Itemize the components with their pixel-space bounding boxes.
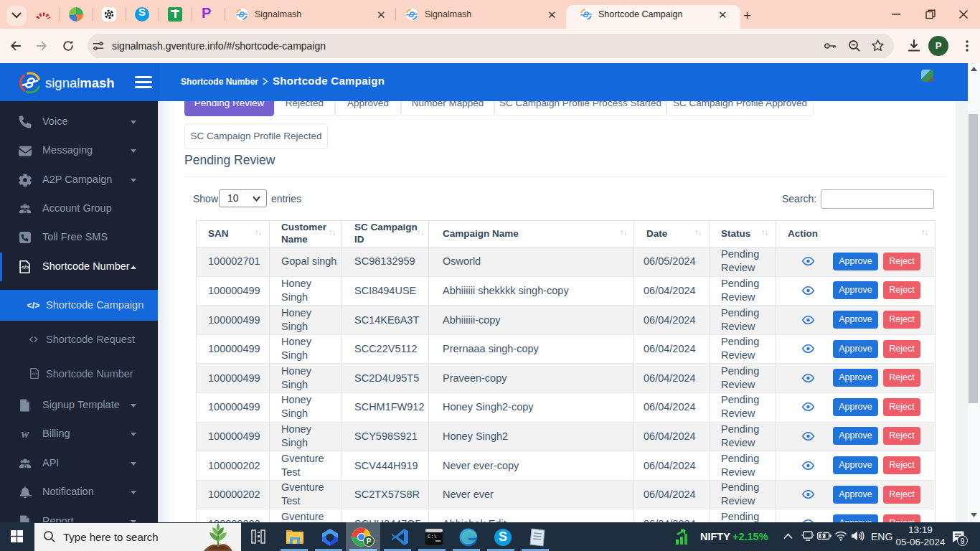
svg-text:</>: </>: [32, 371, 38, 376]
svg-text:</>: </>: [22, 264, 29, 270]
svg-text:w: w: [22, 428, 29, 440]
svg-text:</>: </>: [27, 300, 39, 311]
svg-text:C:\: C:\: [428, 534, 437, 540]
